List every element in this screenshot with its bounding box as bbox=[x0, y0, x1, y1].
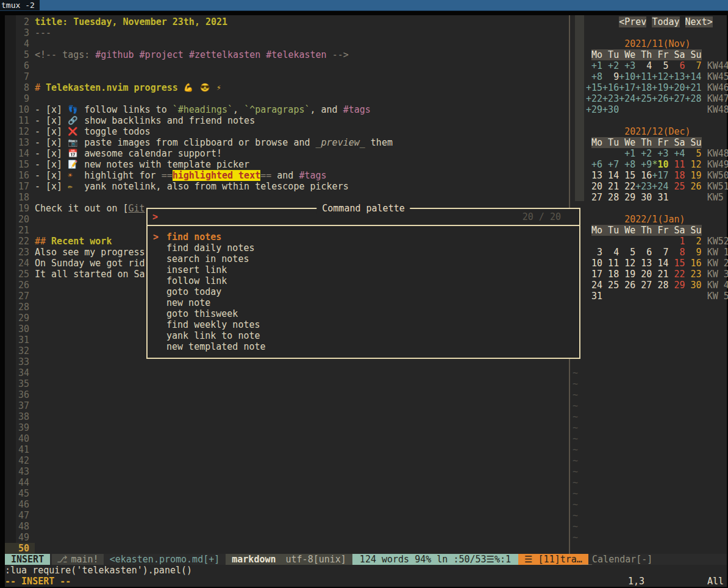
calendar-day[interactable]: 27 28 29 30 31 bbox=[586, 192, 668, 203]
calendar-day-sunday[interactable]: 30 bbox=[685, 280, 702, 291]
editor-line[interactable]: 12- [x] ❌ toggle todos bbox=[5, 126, 569, 137]
editor-line[interactable]: 17- [x] ✏ yank notelink, also from wthin… bbox=[5, 181, 569, 192]
editor-line[interactable]: 45 bbox=[5, 488, 569, 499]
week-row[interactable]: 10 11 12 13 14 15 16 KW 2 bbox=[586, 258, 728, 269]
calendar-day-sunday[interactable]: 12 bbox=[685, 159, 702, 170]
palette-item[interactable]: >insert link bbox=[150, 264, 579, 275]
editor-line[interactable]: 10- [x] 👣 follow links to `#headings`, `… bbox=[5, 104, 569, 115]
calendar-day-sunday[interactable]: 5 bbox=[685, 148, 702, 159]
calendar-day-with-note[interactable]: +29+30 bbox=[586, 104, 619, 115]
calendar-day-saturday[interactable]: 11 bbox=[668, 159, 685, 170]
calendar-day-saturday[interactable]: 29 bbox=[668, 280, 685, 291]
editor-line[interactable]: 35 bbox=[5, 378, 569, 389]
calendar-scrollbar[interactable] bbox=[575, 15, 584, 201]
editor-line[interactable]: 16- [x] ☀ highlight for ==highlighted te… bbox=[5, 170, 569, 181]
editor-line[interactable]: 7 bbox=[5, 71, 569, 82]
palette-item[interactable]: >find weekly notes bbox=[150, 319, 579, 330]
command-line[interactable]: :lua require('telekasten').panel() bbox=[5, 565, 192, 576]
palette-item[interactable]: >follow link bbox=[150, 275, 579, 286]
tag-link[interactable]: #github bbox=[95, 49, 134, 60]
calendar-day-saturday[interactable]: 25 bbox=[668, 181, 685, 192]
editor-line[interactable]: 46 bbox=[5, 499, 569, 510]
editor-line[interactable]: 39 bbox=[5, 422, 569, 433]
calendar-day-sunday[interactable]: 19 bbox=[685, 170, 702, 181]
calendar-day-sunday[interactable]: 7 bbox=[685, 60, 702, 71]
palette-item[interactable]: >new note bbox=[150, 297, 579, 308]
week-row[interactable]: 3 4 5 6 7 8 9 KW 1 bbox=[586, 247, 728, 258]
calendar-day-with-note[interactable]: +23+24 bbox=[635, 181, 668, 192]
week-row[interactable]: +15+16+17+18+19+20+21 KW46 bbox=[586, 82, 728, 93]
week-row[interactable]: 27 28 29 30 31 KW5 bbox=[586, 192, 728, 203]
calendar-day-with-note[interactable]: +6 +7 +8 +9 bbox=[586, 159, 652, 170]
editor-line[interactable]: 2title: Tuesday, November 23th, 2021 bbox=[5, 16, 569, 27]
week-row[interactable]: +29+30 KW48 bbox=[586, 104, 728, 115]
calendar-day-saturday[interactable]: 6 bbox=[668, 60, 685, 71]
editor-line[interactable]: 38 bbox=[5, 411, 569, 422]
calendar-day-with-note[interactable]: +10+11+12+13+14 bbox=[619, 71, 701, 82]
week-row[interactable]: 13 14 15 16+17 18 19 KW50 bbox=[586, 170, 728, 181]
calendar-day-with-note[interactable]: +1 +2 +3 +4 bbox=[619, 148, 685, 159]
editor-line[interactable]: 15- [x] 📝 new notes with template picker bbox=[5, 159, 569, 170]
week-row[interactable]: 20 21 22+23+24 25 26 KW51 bbox=[586, 181, 728, 192]
editor-line[interactable]: 6 bbox=[5, 60, 569, 71]
editor-line[interactable]: 9 bbox=[5, 93, 569, 104]
editor-line[interactable]: 11- [x] 🔗 show backlinks and friend note… bbox=[5, 115, 569, 126]
calendar-day-sunday[interactable]: 2 bbox=[685, 236, 702, 247]
week-row[interactable]: +6 +7 +8 +9*10 11 12 KW49 bbox=[586, 159, 728, 170]
editor-line[interactable]: 4 bbox=[5, 38, 569, 49]
editor-line[interactable]: 50 bbox=[5, 543, 569, 554]
calendar-day[interactable]: 24 25 26 27 28 bbox=[586, 280, 668, 291]
week-row[interactable]: +1 +2 +3 4 5 6 7 KW44 bbox=[586, 60, 728, 71]
calendar-day-sunday[interactable]: 26 bbox=[685, 181, 702, 192]
calendar-day-sunday[interactable]: 23 bbox=[685, 269, 702, 280]
calendar-day[interactable]: 13 14 15 16 bbox=[586, 170, 652, 181]
editor-line[interactable]: 14- [x] 📅 awesome calendar support! bbox=[5, 148, 569, 159]
editor-line[interactable]: 44 bbox=[5, 477, 569, 488]
tag-link[interactable]: #telekasten bbox=[266, 49, 326, 60]
palette-item[interactable]: >find notes bbox=[150, 232, 579, 243]
tag-link[interactable]: #zettelkasten bbox=[189, 49, 260, 60]
palette-item[interactable]: >goto today bbox=[150, 286, 579, 297]
week-row[interactable]: 17 18 19 20 21 22 23 KW 3 bbox=[586, 269, 728, 280]
palette-item[interactable]: >goto thisweek bbox=[150, 308, 579, 319]
calendar-day-with-note[interactable]: +8 bbox=[586, 71, 602, 82]
link[interactable]: Git bbox=[129, 203, 145, 214]
calendar-nav-button[interactable]: Today bbox=[652, 16, 679, 27]
calendar-day[interactable]: 20 21 22 bbox=[586, 181, 635, 192]
editor-line[interactable]: 18 bbox=[5, 192, 569, 203]
editor-line[interactable]: 3--- bbox=[5, 27, 569, 38]
editor-line[interactable]: 36 bbox=[5, 389, 569, 400]
editor-line[interactable]: 43 bbox=[5, 466, 569, 477]
calendar-nav-button[interactable]: <Prev bbox=[619, 16, 646, 27]
calendar-day-saturday[interactable]: 18 bbox=[668, 170, 685, 181]
palette-item[interactable]: >find daily notes bbox=[150, 243, 579, 253]
editor-line[interactable]: 48 bbox=[5, 521, 569, 532]
calendar-day[interactable]: 31 bbox=[586, 291, 602, 302]
tag-link[interactable]: #tags bbox=[343, 104, 371, 115]
calendar-day-sunday[interactable]: 9 bbox=[685, 247, 702, 258]
editor-line[interactable]: 34 bbox=[5, 367, 569, 378]
week-row[interactable]: +1 +2 +3 +4 5 KW48 bbox=[586, 148, 728, 159]
editor-line[interactable]: 5<!-- tags: #github #project #zettelkast… bbox=[5, 49, 569, 60]
calendar-day-saturday[interactable]: 8 bbox=[668, 247, 685, 258]
calendar-day-saturday[interactable]: 1 bbox=[668, 236, 685, 247]
week-row[interactable]: +22+23+24+25+26+27+28 KW47 bbox=[586, 93, 728, 104]
palette-item[interactable]: >new templated note bbox=[150, 341, 579, 352]
calendar-nav-button[interactable]: Next> bbox=[685, 16, 713, 27]
week-row[interactable]: 31 KW 5 bbox=[586, 291, 728, 302]
palette-item[interactable]: >search in notes bbox=[150, 253, 579, 264]
tag-link[interactable]: #tags bbox=[299, 170, 326, 181]
calendar-day-with-note[interactable]: +22+23+24+25+26+27+28 bbox=[586, 93, 702, 104]
editor-line[interactable]: 37 bbox=[5, 400, 569, 411]
calendar-day-with-note[interactable]: +15+16+17+18+19+20+21 bbox=[586, 82, 702, 93]
editor-line[interactable]: 42 bbox=[5, 455, 569, 466]
calendar-day[interactable]: 3 4 5 6 7 bbox=[586, 247, 668, 258]
editor-line[interactable]: 41 bbox=[5, 444, 569, 455]
editor-line[interactable]: 49 bbox=[5, 532, 569, 543]
week-row[interactable]: 24 25 26 27 28 29 30 KW 4 bbox=[586, 280, 728, 291]
calendar-day-with-note[interactable]: +1 +2 +3 bbox=[586, 60, 635, 71]
week-row[interactable]: 1 2 KW52 bbox=[586, 236, 728, 247]
week-row[interactable]: +8 9+10+11+12+13+14 KW45 bbox=[586, 71, 728, 82]
calendar-day-saturday[interactable]: 15 bbox=[668, 258, 685, 269]
calendar-day-sunday[interactable]: 16 bbox=[685, 258, 702, 269]
